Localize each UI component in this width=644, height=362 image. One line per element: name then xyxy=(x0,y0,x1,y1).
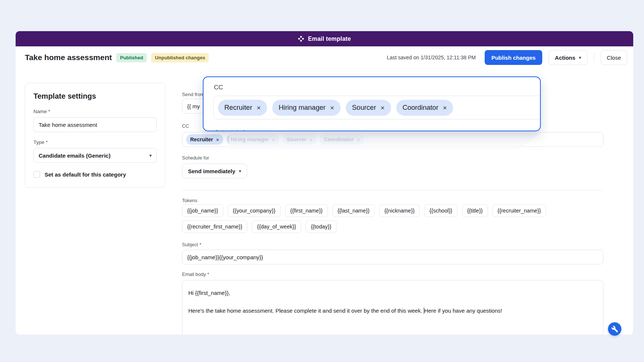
remove-tag-icon[interactable]: × xyxy=(357,137,360,142)
token-chip[interactable]: {{job_name}} xyxy=(182,204,223,217)
token-chip[interactable]: {{day_of_week}} xyxy=(252,220,301,233)
checkbox-unchecked[interactable] xyxy=(33,171,40,178)
section-divider xyxy=(182,190,604,190)
schedule-for-label: Schedule for xyxy=(182,155,209,161)
chevron-down-icon: ▾ xyxy=(149,154,152,158)
cc-field[interactable]: Recruiter × Hiring manager × Sourcer × C… xyxy=(182,132,604,147)
cc-tag: Sourcer × xyxy=(283,134,317,145)
send-from-label: Send from xyxy=(182,92,204,97)
cc-tag-label: Recruiter xyxy=(190,136,213,142)
schedule-select[interactable]: Send immediately ▾ xyxy=(182,164,247,178)
cc-tag-label: Coordinator xyxy=(324,136,354,142)
cc-popup-tag: Sourcer × xyxy=(346,100,391,116)
tokens-list: {{job_name}}{{your_company}}{{first_name… xyxy=(182,204,604,233)
email-body-field[interactable]: Hi {{first_name}}, Here's the take home … xyxy=(182,280,604,335)
remove-tag-icon[interactable]: × xyxy=(330,104,334,111)
type-select-value: Candidate emails (Generic) xyxy=(39,152,110,159)
cc-label: CC xyxy=(182,123,189,129)
remove-tag-icon[interactable]: × xyxy=(257,104,261,111)
remove-tag-icon[interactable]: × xyxy=(216,137,219,142)
template-settings-card: Template settings Name * Type * Candidat… xyxy=(25,83,165,188)
cc-popup-tag-label: Coordinator xyxy=(403,103,439,112)
cc-popup-tag-label: Sourcer xyxy=(352,103,376,112)
remove-tag-icon[interactable]: × xyxy=(381,104,385,111)
token-chip[interactable]: {{title}} xyxy=(462,204,488,217)
cc-zoom-popup: CC Recruiter × Hiring manager × Sourcer … xyxy=(203,76,541,131)
cc-popup-tag: Coordinator × xyxy=(396,100,453,116)
cc-tag: Coordinator × xyxy=(320,134,364,145)
email-template-panel: Email template Take home assessment Publ… xyxy=(16,31,633,335)
email-body-line1: Hi {{first_name}}, xyxy=(188,289,597,297)
chevron-down-icon: ▾ xyxy=(239,169,241,173)
remove-tag-icon[interactable]: × xyxy=(272,137,275,142)
wrench-icon xyxy=(611,326,618,333)
name-field[interactable] xyxy=(33,117,157,132)
clipped-schedule-label: Schedule for xyxy=(215,129,250,131)
token-chip[interactable]: {{today}} xyxy=(306,220,336,233)
template-settings-title: Template settings xyxy=(33,92,157,101)
token-chip[interactable]: {{nickname}} xyxy=(379,204,420,217)
token-chip[interactable]: {{recruiter_first_name}} xyxy=(182,220,247,233)
cc-popup-label: CC xyxy=(214,84,223,91)
cc-popup-tag: Hiring manager × xyxy=(272,100,341,116)
name-label: Name * xyxy=(33,109,157,114)
remove-tag-icon[interactable]: × xyxy=(309,137,313,142)
email-body-line2-after: Here if you have any questions! xyxy=(424,307,502,314)
email-body-line2-before: Here's the take home assessment. Please … xyxy=(188,307,424,314)
close-button[interactable]: Close xyxy=(601,50,627,65)
subject-field[interactable] xyxy=(182,250,604,264)
type-label: Type * xyxy=(33,139,157,145)
cc-tag-label: Sourcer xyxy=(287,136,306,142)
cc-tag: Hiring manager × xyxy=(227,134,279,145)
published-badge: Published xyxy=(116,53,147,62)
email-body-line2: Here's the take home assessment. Please … xyxy=(188,306,597,315)
page-title: Take home assessment xyxy=(25,53,112,62)
email-body-label: Email body * xyxy=(182,272,209,277)
remove-tag-icon[interactable]: × xyxy=(443,104,447,111)
cc-popup-tag-label: Recruiter xyxy=(224,103,252,112)
cc-tag-label: Hiring manager xyxy=(231,136,269,142)
cc-popup-tag: Recruiter × xyxy=(218,100,267,116)
schedule-select-value: Send immediately xyxy=(188,168,235,174)
token-chip[interactable]: {{last_name}} xyxy=(332,204,375,217)
default-category-checkbox-label: Set as default for this category xyxy=(45,171,126,178)
token-chip[interactable]: {{school}} xyxy=(424,204,457,217)
token-chip[interactable]: {{first_name}} xyxy=(285,204,328,217)
subject-label: Subject * xyxy=(182,242,201,247)
cc-tag: Recruiter × xyxy=(186,134,223,145)
token-chip[interactable]: {{recruiter_name}} xyxy=(492,204,546,217)
default-category-checkbox-row[interactable]: Set as default for this category xyxy=(33,171,157,178)
tokens-label: Tokens xyxy=(182,198,197,203)
type-select[interactable]: Candidate emails (Generic) ▾ xyxy=(33,148,157,163)
token-chip[interactable]: {{your_company}} xyxy=(228,204,280,217)
page: { "colors": { "page_bg": "#ECF0F9", "top… xyxy=(0,0,644,362)
cc-popup-field[interactable]: Recruiter × Hiring manager × Sourcer × C… xyxy=(213,96,541,119)
dev-tools-button[interactable] xyxy=(608,322,621,336)
cc-popup-tag-label: Hiring manager xyxy=(279,103,325,112)
